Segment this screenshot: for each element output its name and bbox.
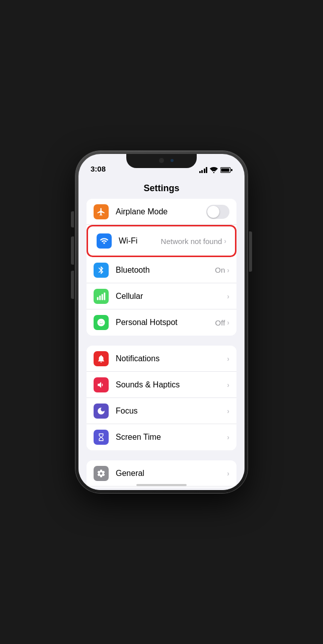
cellular-icon-bg xyxy=(94,289,109,304)
home-indicator xyxy=(136,484,187,486)
notifications-icon-bg xyxy=(94,351,109,366)
wifi-highlight-border: Wi-Fi Network not found › xyxy=(87,225,236,257)
focus-chevron: › xyxy=(227,407,229,415)
svg-point-0 xyxy=(213,172,215,173)
bell-icon xyxy=(97,354,106,363)
wifi-icon-bg xyxy=(97,233,112,249)
row-control-center[interactable]: Control Center › xyxy=(87,487,236,488)
hotspot-icon-bg xyxy=(94,315,109,330)
sounds-chevron: › xyxy=(227,381,229,389)
bluetooth-label: Bluetooth xyxy=(116,266,215,275)
svg-rect-2 xyxy=(231,169,232,171)
svg-rect-7 xyxy=(104,292,105,300)
svg-point-8 xyxy=(100,321,103,324)
notifications-chevron: › xyxy=(227,355,229,363)
wifi-chevron: › xyxy=(224,237,226,245)
airplane-icon xyxy=(97,207,106,216)
hotspot-icon xyxy=(97,318,106,327)
row-notifications[interactable]: Notifications › xyxy=(87,346,236,372)
phone-frame: 3:08 xyxy=(75,151,248,493)
svg-rect-6 xyxy=(102,294,103,300)
section-system: General › xyxy=(87,460,236,488)
hotspot-label: Personal Hotspot xyxy=(116,318,215,327)
screentime-label: Screen Time xyxy=(116,433,227,442)
battery-icon xyxy=(220,167,232,173)
power-button[interactable] xyxy=(249,231,252,272)
sounds-icon-bg xyxy=(94,377,109,392)
row-screentime[interactable]: Screen Time › xyxy=(87,424,236,450)
bluetooth-value: On xyxy=(215,266,225,274)
svg-rect-5 xyxy=(99,295,101,300)
wifi-value: Network not found xyxy=(161,237,222,246)
row-bluetooth[interactable]: Bluetooth On › xyxy=(87,257,236,283)
row-sounds[interactable]: Sounds & Haptics › xyxy=(87,372,236,398)
row-cellular[interactable]: Cellular › xyxy=(87,283,236,309)
focus-icon-bg xyxy=(94,404,109,419)
notifications-label: Notifications xyxy=(116,354,227,363)
screentime-chevron: › xyxy=(227,433,229,441)
sounds-label: Sounds & Haptics xyxy=(116,380,227,389)
moon-icon xyxy=(97,407,106,416)
hotspot-value: Off xyxy=(215,318,225,327)
row-airplane-mode[interactable]: Airplane Mode xyxy=(87,199,236,225)
screen-content: Settings Airplane Mode xyxy=(78,176,245,490)
section-notifications: Notifications › Sounds & Haptics › xyxy=(87,346,236,450)
cellular-icon xyxy=(97,292,106,301)
page-title-bar: Settings xyxy=(78,176,245,199)
screentime-icon-bg xyxy=(94,430,109,445)
notch xyxy=(126,154,197,168)
section-connectivity: Airplane Mode W xyxy=(87,199,236,336)
hotspot-chevron: › xyxy=(227,318,229,327)
wifi-label: Wi-Fi xyxy=(119,236,161,246)
general-label: General xyxy=(116,469,227,478)
wifi-status-icon xyxy=(210,167,218,173)
general-chevron: › xyxy=(227,469,229,477)
mute-button[interactable] xyxy=(71,211,74,227)
focus-label: Focus xyxy=(116,407,227,416)
cellular-chevron: › xyxy=(227,292,229,300)
row-focus[interactable]: Focus › xyxy=(87,398,236,424)
wifi-icon xyxy=(100,236,109,246)
sound-icon xyxy=(97,380,106,389)
row-hotspot[interactable]: Personal Hotspot Off › xyxy=(87,309,236,336)
status-icons xyxy=(199,167,233,173)
gear-icon xyxy=(97,469,106,478)
volume-down-button[interactable] xyxy=(71,271,74,299)
bluetooth-icon xyxy=(97,266,106,275)
bluetooth-icon-bg xyxy=(94,263,109,278)
row-general[interactable]: General › xyxy=(87,460,236,487)
airplane-mode-icon-bg xyxy=(94,204,109,219)
svg-rect-4 xyxy=(97,297,99,300)
status-time: 3:08 xyxy=(91,165,106,173)
cellular-label: Cellular xyxy=(116,292,227,301)
hourglass-icon xyxy=(97,433,106,442)
airplane-mode-toggle[interactable] xyxy=(206,205,229,219)
signal-icon xyxy=(199,167,208,173)
settings-list: Airplane Mode W xyxy=(78,199,245,488)
phone-screen: 3:08 xyxy=(78,154,245,490)
bluetooth-chevron: › xyxy=(227,266,229,274)
svg-rect-3 xyxy=(221,169,229,172)
row-wifi[interactable]: Wi-Fi Network not found › xyxy=(90,228,233,254)
page-title: Settings xyxy=(143,183,179,193)
volume-up-button[interactable] xyxy=(71,236,74,265)
general-icon-bg xyxy=(94,466,109,481)
airplane-mode-label: Airplane Mode xyxy=(116,207,204,216)
